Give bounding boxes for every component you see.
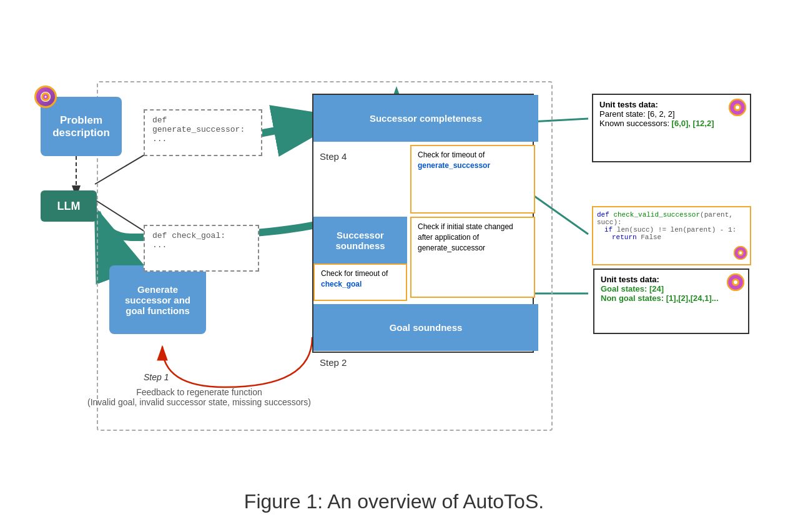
llm-box: LLM [41,190,97,222]
feedback-main-text: Feedback to regenerate function [87,387,311,397]
step4-label: Step 4 [320,151,347,162]
problem-description-box: Problem description [41,97,122,156]
data-box-4-line1-value: [24] [649,284,664,293]
code-line-4: ... [152,240,250,250]
data-box-1-title: Unit tests data: [599,100,744,109]
check-timeout-goal-text: Check for timeout of [321,269,388,278]
svg-point-28 [734,280,737,284]
code-line-1: def generate_successor: [152,116,254,134]
check-timeout-goal-link: check_goal [321,280,362,288]
data-box-unit-tests-successors: Unit tests data: Parent state: [6, 2, 2]… [592,94,751,162]
code-line-2: ... [152,134,254,144]
successor-soundness-block: Successor soundness [313,217,407,264]
svg-point-16 [45,96,47,98]
check-timeout-gen-box: Check for timeout of generate_successor [410,145,535,214]
check-initial-state-text: Check if initial state changed after app… [418,222,513,252]
successor-completeness-block: Successor completeness [313,95,538,142]
data-box-4-icon [727,273,744,293]
data-box-4-title: Unit tests data: [601,275,742,284]
data-box-4-line2-value: [1],[2],[24,1]... [666,293,719,303]
llm-label: LLM [57,200,81,213]
svg-point-19 [736,106,739,109]
generate-box: Generate successor and goal functions [109,265,206,334]
data-box-1-line1: Parent state: [6, 2, 2] [599,109,744,119]
svg-point-25 [739,252,742,255]
goal-soundness-block: Goal soundness [313,304,538,351]
data-box-1-icon [729,99,746,118]
data-box-1-line2-value: [6,0], [12,2] [672,119,714,128]
code-box-generate-successor: def generate_successor: ... [144,109,262,156]
step2-label: Step 2 [320,357,347,368]
goal-soundness-label: Goal soundness [390,322,463,333]
feedback-text: Feedback to regenerate function (Invalid… [87,387,311,407]
steps-container: Successor completeness Step 4 Check for … [312,94,534,353]
generate-label: Generate successor and goal functions [114,284,201,316]
data-box-unit-tests-goal: Unit tests data: Goal states: [24] Non g… [593,268,749,334]
code-snippet-icon [734,246,747,262]
code-box-check-goal: def check_goal: ... [144,225,259,272]
data-box-1-line2-label: Known successors: [599,119,672,128]
check-timeout-gen-text: Check for timeout of [418,150,485,159]
data-box-4-line2-label: Non goal states: [601,293,666,303]
problem-desc-label: Problem description [46,114,117,139]
data-box-4-line2: Non goal states: [1],[2],[24,1]... [601,293,742,303]
successor-soundness-label: Successor soundness [318,230,402,251]
data-box-4-line1-label: Goal states: [601,284,649,293]
code-line-3: def check_goal: [152,231,250,240]
figure-caption: Figure 1: An overview of AutoToS. [0,490,788,513]
check-initial-state-box: Check if initial state changed after app… [410,217,535,298]
step1-label: Step 1 [144,372,169,382]
feedback-sub-text: (Invalid goal, invalid successor state, … [87,397,311,407]
successor-completeness-label: Successor completeness [370,113,482,124]
code-snippet-box: def check_valid_successor(parent, succ):… [592,206,751,265]
check-timeout-goal-box: Check for timeout of check_goal [313,264,407,301]
problem-desc-icon [34,86,57,108]
data-box-1-line2: Known successors: [6,0], [12,2] [599,119,744,128]
check-timeout-gen-link: generate_successor [418,161,490,170]
data-box-4-line1: Goal states: [24] [601,284,742,293]
